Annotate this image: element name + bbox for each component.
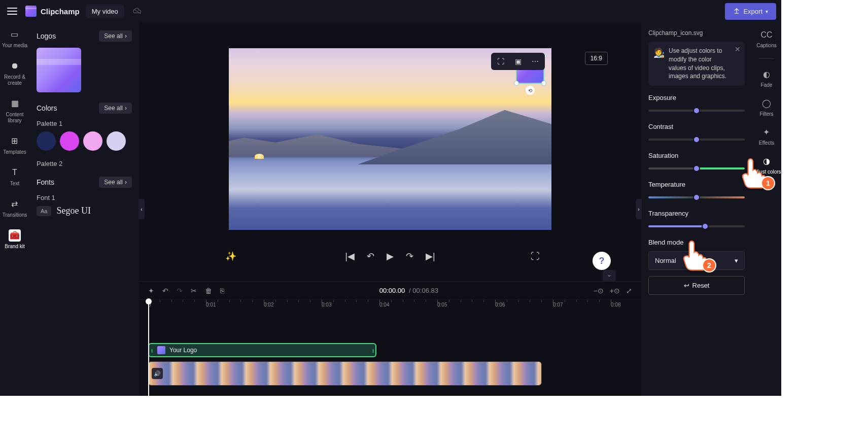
selected-clip-name: Clipchamp_icon.svg — [648, 29, 745, 37]
blend-mode-select[interactable]: Normal ▾ — [648, 251, 745, 270]
rail-fade[interactable]: ◐ Fade — [761, 69, 773, 88]
trim-handle-left[interactable] — [150, 344, 153, 356]
nav-record-create[interactable]: ⏺ Record & create — [0, 59, 29, 87]
collapse-right-panel[interactable]: › — [636, 199, 642, 219]
scissors-icon[interactable]: ✂ — [191, 287, 197, 295]
undo-icon[interactable]: ↶ — [162, 287, 168, 295]
ruler-tick: 0:06 — [495, 302, 505, 308]
brand-kit-panel: Logos See all › Colors See all › Palette… — [29, 22, 139, 396]
skip-back-icon[interactable]: |◀ — [345, 251, 355, 262]
rail-filters[interactable]: ◯ Filters — [759, 98, 773, 117]
exposure-label: Exposure — [648, 94, 745, 101]
timeline-ruler[interactable]: 00:010:020:030:040:050:060:070:08 — [139, 299, 641, 313]
pip-icon[interactable]: ▣ — [511, 56, 525, 67]
zoom-out-icon[interactable]: −⊙ — [594, 287, 604, 295]
rail-label: Filters — [759, 111, 773, 117]
see-all-colors[interactable]: See all › — [99, 103, 132, 114]
see-all-fonts[interactable]: See all › — [99, 177, 132, 188]
logo-thumbnail[interactable] — [37, 48, 81, 92]
timeline-toolbar: ✦ ↶ ↷ ✂ 🗑 ⎘ 00:00.00 / 00:06.83 −⊙ +⊙ ⤢ — [139, 281, 641, 299]
export-label: Export — [743, 8, 762, 15]
project-title[interactable]: My video — [86, 5, 124, 18]
chevron-down-icon: ▾ — [766, 9, 768, 14]
saturation-slider[interactable] — [648, 164, 745, 173]
nav-text[interactable]: T Text — [8, 165, 22, 188]
fullscreen-icon[interactable]: ⛶ — [531, 251, 540, 262]
rotate-handle[interactable]: ⟲ — [526, 86, 535, 95]
nav-your-media[interactable]: ▭ Your media — [1, 27, 28, 50]
nav-templates[interactable]: ⊞ Templates — [2, 134, 27, 156]
crop-icon[interactable]: ⛶ — [494, 56, 507, 67]
color-swatch[interactable] — [83, 131, 102, 151]
rail-label: Adjust colors — [752, 169, 781, 175]
fonts-title: Fonts — [37, 178, 54, 186]
clip-label: Your Logo — [169, 347, 197, 354]
logo-clip[interactable]: Your Logo — [148, 343, 376, 357]
saturation-label: Saturation — [648, 152, 745, 159]
exposure-slider[interactable] — [648, 107, 745, 115]
library-icon: ▦ — [9, 97, 21, 110]
collapse-left-panel[interactable]: ‹ — [138, 199, 145, 219]
nav-label: Templates — [3, 149, 26, 155]
nav-label: Transitions — [3, 212, 27, 218]
sync-icon[interactable] — [132, 8, 143, 15]
video-clip[interactable]: 🔊 — [148, 361, 542, 386]
transparency-slider[interactable] — [648, 222, 745, 230]
rail-effects[interactable]: ✦ Effects — [759, 127, 774, 146]
trim-handle-right[interactable] — [371, 344, 374, 356]
zoom-in-icon[interactable]: +⊙ — [610, 287, 620, 295]
more-icon[interactable]: ⋯ — [529, 56, 542, 67]
text-icon: T — [9, 166, 21, 179]
reset-button[interactable]: ↩ Reset — [648, 276, 745, 295]
font-item[interactable]: Aa Segoe UI — [37, 206, 132, 216]
left-nav: ▭ Your media ⏺ Record & create ▦ Content… — [0, 22, 29, 396]
forward-10-icon[interactable]: ↷ — [406, 251, 413, 262]
palette-1-label: Palette 1 — [37, 120, 132, 127]
nav-content-library[interactable]: ▦ Content library — [0, 96, 29, 125]
resize-handle[interactable] — [541, 81, 546, 86]
collapse-timeline[interactable]: ⌄ — [603, 270, 616, 281]
fit-icon[interactable]: ⤢ — [626, 287, 632, 295]
captions-icon: CC — [761, 29, 772, 41]
time-duration: 00:06.83 — [412, 287, 438, 294]
adjust-colors-icon: ◑ — [761, 156, 772, 167]
skip-forward-icon[interactable]: ▶| — [426, 251, 435, 262]
rail-captions[interactable]: CC Captions — [756, 29, 776, 48]
color-swatch[interactable] — [37, 131, 56, 151]
export-button[interactable]: Export ▾ — [725, 3, 776, 20]
temperature-slider[interactable] — [648, 193, 745, 201]
contrast-slider[interactable] — [648, 135, 745, 144]
duplicate-icon[interactable]: ⎘ — [220, 287, 224, 295]
chevron-right-icon: › — [125, 105, 127, 112]
time-current: 00:00.00 — [379, 287, 405, 294]
effects-icon[interactable]: ✨ — [225, 251, 236, 262]
video-canvas[interactable]: ⟲ — [229, 48, 551, 230]
nav-label: Your media — [2, 43, 27, 49]
rail-adjust-colors[interactable]: ◑ Adjust colors — [752, 156, 781, 175]
playhead[interactable] — [148, 300, 149, 396]
ruler-tick: 0:01 — [206, 302, 216, 308]
play-icon[interactable]: ▶ — [387, 251, 394, 262]
rewind-10-icon[interactable]: ↶ — [367, 251, 374, 262]
resize-handle[interactable] — [514, 81, 519, 86]
mute-icon[interactable]: 🔊 — [152, 368, 163, 379]
help-button[interactable]: ? — [593, 252, 611, 270]
preview-toolbar: ⛶ ▣ ⋯ — [491, 53, 545, 70]
nav-transitions[interactable]: ⇄ Transitions — [2, 197, 28, 219]
see-all-logos[interactable]: See all › — [99, 30, 132, 42]
app-logo[interactable]: Clipchamp — [25, 6, 80, 17]
chevron-right-icon: › — [125, 32, 127, 40]
menu-button[interactable] — [5, 4, 19, 18]
chevron-right-icon: › — [125, 179, 127, 186]
properties-panel: Clipchamp_icon.svg 🧑‍🎨 Use adjust colors… — [641, 22, 752, 396]
close-icon[interactable]: ✕ — [735, 45, 741, 55]
color-swatch[interactable] — [60, 131, 79, 151]
see-all-label: See all — [104, 32, 123, 40]
tip-box: 🧑‍🎨 Use adjust colors to modify the colo… — [648, 42, 745, 86]
magic-icon[interactable]: ✦ — [148, 287, 154, 295]
redo-icon[interactable]: ↷ — [177, 287, 183, 295]
nav-brand-kit[interactable]: 🧰 Brand kit — [4, 228, 25, 251]
color-swatch[interactable] — [107, 131, 126, 151]
aspect-ratio-button[interactable]: 16:9 — [585, 52, 608, 65]
trash-icon[interactable]: 🗑 — [205, 287, 212, 295]
